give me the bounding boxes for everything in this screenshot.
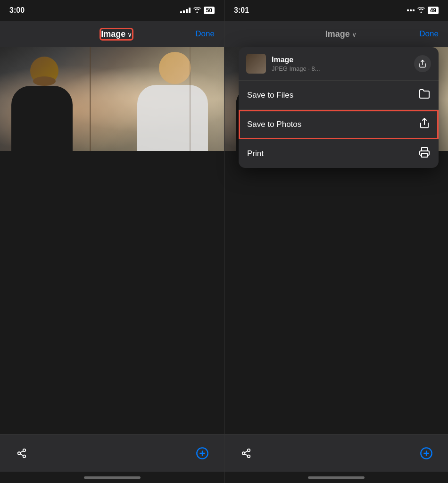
- dropdown-thumbnail: [246, 54, 266, 74]
- right-done-button[interactable]: Done: [419, 29, 439, 39]
- right-home-indicator: [224, 472, 448, 483]
- wifi-icon: [193, 7, 201, 14]
- folder-icon: [419, 88, 430, 102]
- right-annotate-button[interactable]: [419, 446, 434, 461]
- printer-icon: [419, 147, 430, 160]
- left-nav-title: Image: [101, 29, 125, 39]
- right-dark-area: [224, 151, 448, 434]
- save-to-photos-label: Save to Photos: [247, 120, 301, 129]
- left-nav-chevron-icon: ∨: [127, 31, 132, 38]
- right-battery-icon: 49: [428, 7, 439, 14]
- dropdown-header: Image JPEG Image · 8...: [239, 47, 439, 81]
- right-bottom-toolbar: [224, 434, 448, 472]
- left-status-icons: 50: [180, 7, 215, 14]
- dropdown-file-meta: JPEG Image · 8...: [272, 65, 408, 72]
- dropdown-file-name: Image: [272, 56, 408, 64]
- person-left: [11, 57, 77, 151]
- left-bottom-toolbar: [0, 434, 224, 472]
- left-home-indicator: [0, 472, 224, 483]
- save-to-files-label: Save to Files: [247, 91, 293, 100]
- right-status-time: 3:01: [234, 6, 249, 15]
- left-annotate-button[interactable]: [195, 446, 210, 461]
- person-right: [137, 52, 213, 151]
- right-status-bar: 3:01 49: [224, 0, 448, 21]
- signal-icon: [180, 8, 191, 13]
- right-nav-chevron-icon: ∨: [352, 31, 357, 38]
- left-status-bar: 3:00 50: [0, 0, 224, 21]
- dropdown-file-info: Image JPEG Image · 8...: [272, 56, 408, 72]
- left-photo-bg: [0, 47, 224, 151]
- print-label: Print: [247, 149, 264, 158]
- download-icon: [419, 117, 430, 131]
- left-home-bar: [84, 476, 141, 479]
- right-signal-icon: [407, 9, 415, 11]
- left-dark-area: [0, 151, 224, 434]
- left-share-button[interactable]: [14, 446, 29, 461]
- dropdown-menu: Image JPEG Image · 8... Save to Files: [239, 47, 439, 168]
- right-status-icons: 49: [407, 6, 439, 15]
- right-nav-title: Image: [325, 29, 350, 39]
- svg-rect-3: [422, 153, 427, 157]
- dropdown-share-button[interactable]: [414, 55, 431, 72]
- print-item[interactable]: Print: [239, 139, 439, 168]
- right-wifi-icon: [417, 6, 425, 15]
- left-nav-title-button[interactable]: Image ∨: [100, 28, 133, 41]
- left-photo: [0, 47, 224, 151]
- left-phone-panel: 3:00 50 Image ∨ Done: [0, 0, 224, 483]
- right-share-button[interactable]: [239, 446, 254, 461]
- left-status-time: 3:00: [9, 6, 25, 15]
- save-to-photos-item[interactable]: Save to Photos: [239, 110, 439, 139]
- right-home-bar: [308, 476, 365, 479]
- save-to-files-item[interactable]: Save to Files: [239, 81, 439, 110]
- right-nav-bar: Image ∨ Done: [224, 21, 448, 47]
- right-phone-panel: 3:01 49 Image ∨ Done: [224, 0, 448, 483]
- left-image-area: [0, 47, 224, 434]
- right-nav-title-button[interactable]: Image ∨: [325, 29, 357, 39]
- left-done-button[interactable]: Done: [195, 29, 215, 39]
- battery-icon: 50: [204, 7, 215, 14]
- left-nav-bar: Image ∨ Done: [0, 21, 224, 47]
